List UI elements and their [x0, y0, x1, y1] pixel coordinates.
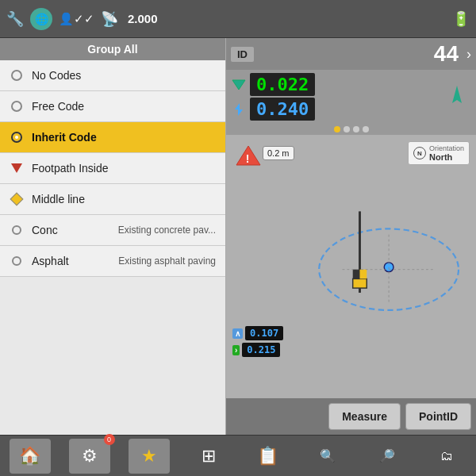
home-icon: 🏠: [19, 446, 40, 466]
taskbar-grid[interactable]: ⊞: [188, 439, 229, 474]
up-icon: ∧: [232, 328, 243, 339]
svg-marker-2: [452, 86, 462, 103]
counter-value: 44: [434, 41, 459, 67]
map-val-1: 0.107: [245, 326, 283, 340]
taskbar-document[interactable]: 📋: [248, 439, 289, 474]
measurement-panel: 0.022 0.240: [226, 70, 476, 124]
svg-rect-7: [353, 278, 367, 288]
circle-icon: [10, 68, 24, 83]
taskbar-layers[interactable]: 🗂: [426, 439, 467, 474]
measure-button[interactable]: Measure: [328, 403, 401, 430]
item-label: Asphalt: [32, 255, 110, 267]
left-panel: Group All No Codes Free Code I: [0, 38, 226, 435]
dot-2: [344, 126, 350, 132]
arrow-icon: ›: [232, 345, 240, 355]
taskbar-settings[interactable]: ⚙ 0: [69, 439, 110, 474]
triangle-down-icon: [231, 77, 247, 93]
bolt-icon: [231, 102, 247, 117]
list-item-free-code[interactable]: Free Code: [0, 91, 225, 122]
bottom-buttons: Measure PointID: [226, 398, 476, 435]
map-area[interactable]: ! 0.2 m N Orientation North: [226, 135, 476, 398]
survey-svg: [226, 135, 476, 398]
taskbar-zoom-out[interactable]: 🔍: [307, 439, 348, 474]
app-container: 🔧 🌐 👤✓✓ 📡 2.000 🔋 Group All No Codes: [0, 0, 476, 476]
list-item-no-codes[interactable]: No Codes: [0, 60, 225, 91]
item-label: Middle line: [32, 193, 216, 205]
meas-value-blue: 0.240: [250, 98, 315, 121]
item-label: Footpath Inside: [32, 162, 216, 175]
grid-icon: ⊞: [202, 446, 216, 466]
map-val-2: 0.215: [242, 343, 280, 357]
zoom-in-icon: 🔎: [379, 448, 395, 463]
chevron-right-icon[interactable]: ›: [466, 46, 471, 63]
map-val-row-2: › 0.215: [232, 343, 283, 357]
svg-marker-0: [232, 80, 245, 90]
group-header: Group All: [0, 38, 225, 60]
circle-small-icon: [10, 223, 24, 237]
pointid-button[interactable]: PointID: [405, 403, 471, 430]
globe-icon[interactable]: 🌐: [30, 8, 52, 30]
item-label: No Codes: [32, 69, 216, 82]
svg-rect-9: [359, 270, 367, 279]
wrench-icon: 🔧: [6, 10, 24, 28]
list-item-middle-line[interactable]: Middle line: [0, 184, 225, 215]
list-item-footpath-inside[interactable]: Footpath Inside: [0, 153, 225, 184]
svg-rect-8: [353, 270, 360, 279]
map-value-box: ∧ 0.107 › 0.215: [232, 326, 283, 357]
diamond-icon: [10, 192, 24, 206]
meas-value-green: 0.022: [250, 73, 315, 96]
circle-selected-icon: [10, 130, 24, 144]
svg-marker-1: [235, 103, 243, 116]
battery-icon: 🔋: [452, 10, 470, 28]
person-icon: 👤✓✓: [59, 12, 94, 26]
item-label: Conc: [32, 224, 110, 236]
bottom-taskbar: 🏠 ⚙ 0 ★ ⊞ 📋 🔍 🔎 🗂: [0, 435, 476, 476]
dot-3: [353, 126, 359, 132]
star-icon: ★: [141, 446, 157, 466]
taskbar-zoom-in[interactable]: 🔎: [367, 439, 408, 474]
meas-row-1: 0.022: [231, 73, 315, 96]
antenna-icon: 📡: [101, 10, 118, 28]
compass-arrow-icon: [443, 83, 471, 111]
taskbar-home[interactable]: 🏠: [10, 439, 51, 474]
meas-values: 0.022 0.240: [231, 73, 315, 121]
dot-1: [334, 126, 340, 132]
item-sublabel: Existing concrete pav...: [118, 225, 216, 236]
list-item-inherit-code[interactable]: Inherit Code: [0, 122, 225, 153]
dots-bar: [226, 124, 476, 135]
document-icon: 📋: [257, 446, 278, 466]
triangle-down-icon: [10, 161, 24, 175]
zoom-out-icon: 🔍: [320, 448, 336, 463]
list-item-conc[interactable]: Conc Existing concrete pav...: [0, 215, 225, 246]
taskbar-favorites[interactable]: ★: [129, 439, 170, 474]
id-label: ID: [231, 47, 254, 62]
right-panel: ID 44 › 0.022: [226, 38, 476, 435]
dot-4: [363, 126, 369, 132]
layers-icon: 🗂: [440, 449, 453, 463]
badge-count: 0: [104, 434, 115, 445]
settings-icon: ⚙: [82, 446, 98, 466]
circle-icon: [10, 99, 24, 113]
meas-row-2: 0.240: [231, 98, 315, 121]
map-val-row-1: ∧ 0.107: [232, 326, 283, 340]
toolbar-value: 2.000: [128, 12, 158, 25]
main-content: Group All No Codes Free Code I: [0, 38, 476, 435]
info-bar: ID 44 ›: [226, 38, 476, 70]
item-sublabel: Existing asphalt paving: [118, 255, 216, 267]
item-label: Inherit Code: [32, 131, 216, 144]
top-toolbar: 🔧 🌐 👤✓✓ 📡 2.000 🔋: [0, 0, 476, 38]
item-label: Free Code: [32, 100, 216, 113]
circle-small-icon: [10, 254, 24, 268]
list-item-asphalt[interactable]: Asphalt Existing asphalt paving: [0, 246, 225, 277]
